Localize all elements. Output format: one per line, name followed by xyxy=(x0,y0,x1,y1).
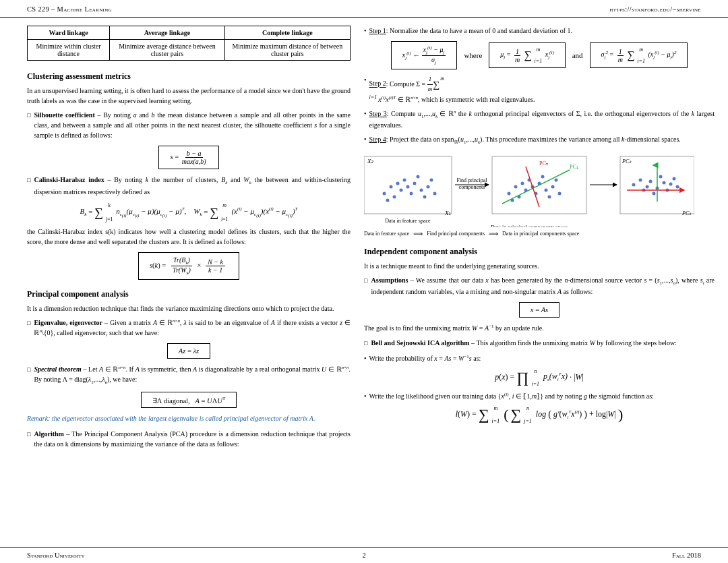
silhouette-formula-block: s = b − a max(a,b) xyxy=(27,146,351,169)
svg-point-11 xyxy=(393,195,396,198)
ica-bullet2-item: • Write the log likelihood given our tra… xyxy=(364,391,715,401)
sk-formula-block: s(k) = Tr(Bk) Tr(Wk) × N − k k − 1 xyxy=(27,252,351,280)
calinski-label: Calinski-Harabaz index xyxy=(34,176,104,183)
footer: Stanford University 2 Fall 2018 xyxy=(0,547,728,563)
ica-formula-block: x = As xyxy=(364,302,715,318)
bullet-dot-4: • xyxy=(364,134,367,146)
ica-bell-square: □ xyxy=(364,339,367,349)
svg-point-9 xyxy=(406,185,410,188)
svg-text:components: components xyxy=(459,184,485,190)
svg-text:X₂: X₂ xyxy=(367,158,374,165)
bullet-dot-ica1: • xyxy=(364,353,367,363)
svg-point-7 xyxy=(400,188,403,191)
svg-point-49 xyxy=(639,178,642,181)
spectral-square: □ xyxy=(27,365,30,386)
pca-diagram-container: X₂ X₁ xyxy=(364,153,715,237)
algorithm-label: Algorithm xyxy=(34,430,63,438)
step4-content: Step 4: Project the data on spanℝ(u1,...… xyxy=(369,134,681,146)
svg-point-52 xyxy=(649,179,653,183)
calinski-item: □ Calinski-Harabaz index – By noting k t… xyxy=(27,175,351,197)
px-formula: p(x) = ∏ n i=1 ps(wiTx) · |W| xyxy=(364,368,715,387)
diagram-label2: Data in principal components space xyxy=(502,231,579,237)
eigenvalue-item: □ Eigenvalue, eigenvector – Given a matr… xyxy=(27,318,351,338)
ica-intro: It is a technique meant to find the unde… xyxy=(364,261,715,271)
header: CS 229 – Machine Learning https://stanfo… xyxy=(0,0,728,18)
sk-formula: s(k) = Tr(Bk) Tr(Wk) × N − k k − 1 xyxy=(138,252,239,280)
mu-formula: μj = 1 m ∑ m i=1 xj(i) xyxy=(489,42,565,68)
svg-point-48 xyxy=(632,183,636,186)
svg-point-3 xyxy=(383,191,386,195)
eigenvalue-content: Eigenvalue, eigenvector – Given a matrix… xyxy=(34,318,351,338)
table-header-ward: Ward linkage xyxy=(28,26,110,40)
svg-point-37 xyxy=(551,185,555,188)
eigenvalue-formula: Az = λz xyxy=(167,343,210,359)
ica-title: Independent component analysis xyxy=(364,247,715,257)
spectral-content: Spectral theorem – Let A ∈ ℝn×n. If A is… xyxy=(34,364,351,386)
algorithm-square: □ xyxy=(27,430,30,449)
step1-text: : Normalize the data to have a mean of 0… xyxy=(386,27,572,34)
svg-text:PC₁: PC₁ xyxy=(570,164,578,170)
remark-text: Remark: the eigenvector associated with … xyxy=(27,415,315,422)
svg-point-60 xyxy=(676,185,679,188)
pca-title: Principal component analysis xyxy=(27,289,351,299)
right-column: • Step 1: Normalize the data to have a m… xyxy=(364,26,715,454)
table-cell-complete: Minimize maximum distance of between clu… xyxy=(224,40,350,61)
step1-item: • Step 1: Normalize the data to have a m… xyxy=(364,26,715,36)
step4-label: Step 4 xyxy=(369,136,386,143)
svg-point-10 xyxy=(410,191,413,195)
ica-bullet1-item: • Write the probability of x = As = W−1s… xyxy=(364,353,715,363)
spectral-formula: ∃Λ diagonal, A = UΛUT xyxy=(141,392,237,409)
pca-diagram-svg: X₂ X₁ xyxy=(364,153,694,227)
svg-point-14 xyxy=(420,188,423,191)
ica-bell-content: Bell and Sejnowski ICA algorithm – This … xyxy=(371,338,676,349)
spectral-formula-block: ∃Λ diagonal, A = UΛUT xyxy=(27,392,351,409)
header-right: https://stanford.edu/~shervine xyxy=(609,5,701,13)
diagram-arrow-label: Find principal components xyxy=(427,231,485,237)
footer-center: 2 xyxy=(362,552,365,559)
table-row: Minimize within cluster distance Minimiz… xyxy=(28,40,351,61)
ica-bullet1-text: Write the probability of x = As = W−1s a… xyxy=(369,353,481,363)
ica-bell-text: – This algorithm finds the unmixing matr… xyxy=(471,339,677,347)
ica-bell-item: □ Bell and Sejnowski ICA algorithm – Thi… xyxy=(364,338,715,349)
silhouette-label: Silhouette coefficient xyxy=(34,111,94,119)
table-cell-average: Minimize average distance between cluste… xyxy=(110,40,224,61)
silhouette-item: □ Silhouette coefficient – By noting a a… xyxy=(27,110,351,140)
page: CS 229 – Machine Learning https://stanfo… xyxy=(0,0,728,563)
left-column: Ward linkage Average linkage Complete li… xyxy=(27,26,351,454)
svg-point-36 xyxy=(548,195,551,198)
svg-line-42 xyxy=(526,167,539,207)
svg-text:PC₁: PC₁ xyxy=(681,210,691,216)
svg-point-5 xyxy=(386,198,390,202)
svg-point-4 xyxy=(390,185,393,188)
svg-point-56 xyxy=(659,175,663,178)
bullet-dot-ica2: • xyxy=(364,391,367,401)
svg-point-58 xyxy=(669,182,673,185)
step3-label: Step 3 xyxy=(369,110,387,117)
step2-content: Step 2: Compute Σ = 1m∑mi=1x(i)x(i)T ∈ ℝ… xyxy=(369,75,535,104)
ica-bullet2-text: Write the log likelihood given our train… xyxy=(369,391,654,401)
algorithm-text: – The Principal Component Analysis (PCA)… xyxy=(34,430,351,448)
ica-assumptions-square: □ xyxy=(364,276,367,297)
svg-line-40 xyxy=(502,170,570,204)
svg-point-25 xyxy=(514,185,518,188)
svg-point-59 xyxy=(673,177,676,180)
step1-formula-row: xj(i) ← xj(i) − μj σj where μj = 1 m ∑ xyxy=(364,41,715,69)
spectral-item: □ Spectral theorem – Let A ∈ ℝn×n. If A … xyxy=(27,364,351,386)
step2-item: • Step 2: Compute Σ = 1m∑mi=1x(i)x(i)T ∈… xyxy=(364,75,715,104)
ica-formula: x = As xyxy=(519,302,559,318)
pca-intro: It is a dimension reduction technique th… xyxy=(27,303,351,314)
step3-text: : Compute u1,...,uk ∈ ℝn the k orthogona… xyxy=(369,110,715,129)
svg-point-50 xyxy=(646,185,649,188)
table-header-average: Average linkage xyxy=(110,26,224,40)
sigma-formula: σj2 = 1 m ∑ m i=1 (xj(i) − μj)2 xyxy=(590,42,688,68)
ica-assumptions-item: □ Assumptions – We assume that our data … xyxy=(364,275,715,297)
step3-item: • Step 3: Compute u1,...,uk ∈ ℝn the k o… xyxy=(364,109,715,131)
svg-point-6 xyxy=(396,181,400,185)
calinski-formula-bk: Bk = ∑ k j=1 nc(i)(μc(i) − μ)(μc(i) − μ)… xyxy=(27,202,351,223)
where-text: where xyxy=(464,51,482,59)
svg-point-24 xyxy=(508,191,511,195)
step4-text: : Project the data on spanℝ(u1,...,uk). … xyxy=(386,136,681,143)
svg-point-15 xyxy=(423,195,427,198)
step2-text: : Compute Σ = 1m∑mi=1x(i)x(i)T ∈ ℝn×n, w… xyxy=(369,80,535,103)
svg-point-13 xyxy=(417,175,420,178)
